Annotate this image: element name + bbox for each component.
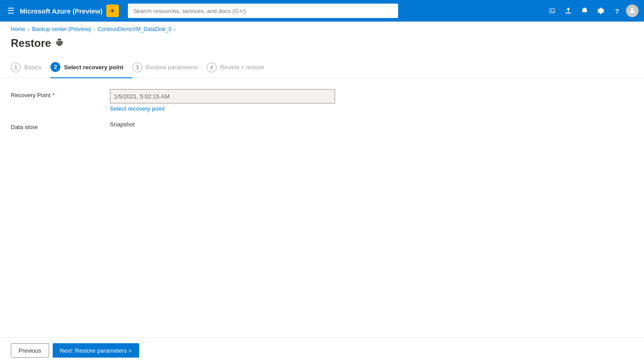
required-star: * [52, 92, 54, 99]
step-label-1: Basics [24, 64, 41, 71]
topbar-icons: ? [545, 4, 639, 18]
step-label-3: Restore parameters [146, 64, 198, 71]
settings-icon[interactable] [594, 4, 608, 18]
recovery-point-label: Recovery Point * [11, 89, 110, 99]
breadcrumb-sep-2: › [94, 27, 95, 32]
breadcrumb-sep-3: › [174, 27, 176, 32]
hamburger-menu-icon[interactable]: ☰ [5, 4, 16, 18]
recovery-point-value: 1/5/2021, 5:02:15 AM [114, 93, 170, 100]
next-button[interactable]: Next: Restore parameters > [53, 343, 139, 358]
wizard-step-review[interactable]: 4 Review + restore [207, 57, 273, 78]
data-store-value: Snapshot [110, 118, 135, 128]
search-input[interactable] [128, 4, 398, 18]
form-area: Recovery Point * 1/5/2021, 5:02:15 AM Se… [0, 78, 644, 337]
bell-icon[interactable] [577, 4, 592, 18]
step-label-2: Select recovery point [64, 64, 123, 71]
step-label-4: Review + restore [220, 64, 264, 71]
bottom-bar: Previous Next: Restore parameters > [0, 337, 644, 363]
terminal-icon[interactable] [545, 4, 559, 18]
breadcrumb-sep-1: › [28, 27, 29, 32]
wizard-step-restore-params[interactable]: 3 Restore parameters [132, 57, 207, 78]
recovery-point-input[interactable]: 1/5/2021, 5:02:15 AM [110, 89, 335, 103]
badge-symbol: ☀ [109, 7, 115, 14]
step-number-4: 4 [207, 63, 217, 72]
step-number-1: 1 [11, 63, 21, 72]
step-number-3: 3 [132, 63, 142, 72]
recovery-point-row: Recovery Point * 1/5/2021, 5:02:15 AM Se… [11, 89, 633, 112]
badge-icon: ☀ [106, 4, 119, 17]
avatar[interactable] [626, 4, 639, 17]
select-recovery-point-link[interactable]: Select recovery point [110, 105, 335, 112]
previous-button[interactable]: Previous [11, 343, 49, 358]
app-title: Microsoft Azure (Preview) [20, 7, 103, 15]
page-header: Restore [0, 35, 644, 57]
wizard-step-recovery[interactable]: 2 Select recovery point [50, 57, 132, 78]
help-icon[interactable]: ? [610, 4, 624, 18]
breadcrumb-disk[interactable]: ContosoDemoVM_DataDisk_0 [98, 26, 171, 32]
topbar: ☰ Microsoft Azure (Preview) ☀ ? [0, 0, 644, 22]
breadcrumb-home[interactable]: Home [11, 26, 25, 32]
cloud-upload-icon[interactable] [561, 4, 576, 18]
breadcrumb-backup-center[interactable]: Backup center (Preview) [32, 26, 91, 32]
wizard-step-basics[interactable]: 1 Basics [11, 57, 50, 78]
recovery-point-control: 1/5/2021, 5:02:15 AM Select recovery poi… [110, 89, 335, 112]
data-store-row: Data store Snapshot [11, 121, 633, 130]
page-title: Restore [11, 37, 51, 49]
data-store-label: Data store [11, 121, 110, 130]
print-icon[interactable] [55, 38, 63, 48]
data-store-value-area: Snapshot [110, 121, 335, 128]
wizard-steps: 1 Basics 2 Select recovery point 3 Resto… [0, 57, 644, 78]
breadcrumb: Home › Backup center (Preview) › Contoso… [0, 22, 644, 35]
svg-point-0 [631, 8, 634, 11]
content-wrapper: Home › Backup center (Preview) › Contoso… [0, 22, 644, 363]
step-number-2: 2 [50, 62, 60, 72]
